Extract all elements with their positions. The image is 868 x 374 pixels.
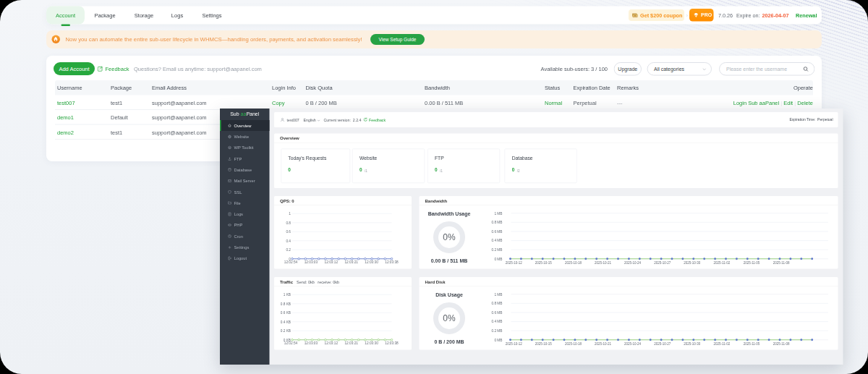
- svg-text:2025-10-27: 2025-10-27: [654, 342, 671, 346]
- svg-text:0.4 KB: 0.4 KB: [281, 320, 291, 324]
- svg-text:12:02:54: 12:02:54: [284, 260, 298, 264]
- svg-text:12:03:38: 12:03:38: [385, 260, 399, 264]
- svg-text:12:02:54: 12:02:54: [284, 341, 298, 345]
- svg-text:12:03:12: 12:03:12: [325, 341, 339, 345]
- svg-text:2025-11-08: 2025-11-08: [773, 342, 790, 346]
- svg-text:0.2 MB: 0.2 MB: [491, 329, 502, 333]
- svg-text:2025-11-05: 2025-11-05: [744, 261, 760, 265]
- svg-text:1: 1: [289, 212, 291, 216]
- svg-text:0.4 MB: 0.4 MB: [491, 239, 502, 242]
- svg-text:12:03:30: 12:03:30: [365, 260, 378, 264]
- svg-text:2025-10-12: 2025-10-12: [506, 342, 523, 346]
- svg-text:2025-10-24: 2025-10-24: [624, 342, 642, 346]
- svg-text:2025-11-02: 2025-11-02: [714, 342, 731, 346]
- svg-text:12:03:30: 12:03:30: [365, 341, 378, 345]
- svg-text:12:03:03: 12:03:03: [305, 260, 318, 264]
- svg-text:2025-10-15: 2025-10-15: [535, 342, 553, 346]
- svg-text:0.6 MB: 0.6 MB: [491, 311, 502, 315]
- svg-text:12:03:12: 12:03:12: [325, 260, 339, 264]
- svg-text:1 KB: 1 KB: [284, 293, 291, 297]
- svg-text:12:03:21: 12:03:21: [344, 341, 358, 345]
- svg-text:0.8 MB: 0.8 MB: [491, 302, 502, 305]
- svg-text:2025-10-21: 2025-10-21: [595, 261, 612, 265]
- svg-text:0.8: 0.8: [286, 221, 291, 225]
- svg-text:2025-11-05: 2025-11-05: [744, 342, 760, 346]
- svg-text:0 MB: 0 MB: [494, 339, 502, 342]
- svg-text:12:03:21: 12:03:21: [344, 260, 358, 264]
- svg-text:12:03:03: 12:03:03: [305, 341, 318, 345]
- svg-text:2025-10-30: 2025-10-30: [684, 261, 701, 265]
- svg-text:0 MB: 0 MB: [494, 258, 502, 261]
- svg-text:2025-10-21: 2025-10-21: [595, 342, 612, 346]
- svg-text:2025-10-12: 2025-10-12: [506, 261, 523, 265]
- svg-text:2025-10-15: 2025-10-15: [535, 261, 553, 265]
- svg-text:0.2 MB: 0.2 MB: [491, 248, 502, 252]
- svg-text:2025-10-24: 2025-10-24: [624, 261, 642, 265]
- svg-text:0.2 KB: 0.2 KB: [281, 329, 291, 333]
- svg-text:0.6 KB: 0.6 KB: [281, 311, 291, 315]
- svg-text:0.8 KB: 0.8 KB: [281, 302, 291, 306]
- svg-text:2025-11-08: 2025-11-08: [773, 261, 790, 265]
- svg-text:2025-11-02: 2025-11-02: [714, 261, 731, 265]
- svg-text:12:03:38: 12:03:38: [385, 341, 399, 345]
- svg-text:2025-10-30: 2025-10-30: [684, 342, 701, 346]
- svg-text:2025-10-18: 2025-10-18: [565, 342, 582, 346]
- svg-text:2025-10-27: 2025-10-27: [654, 261, 671, 265]
- svg-text:2025-10-18: 2025-10-18: [565, 261, 582, 265]
- svg-text:0.6 MB: 0.6 MB: [491, 230, 502, 234]
- svg-text:0.8 MB: 0.8 MB: [491, 221, 502, 224]
- svg-text:1 MB: 1 MB: [494, 212, 502, 216]
- svg-text:0.4 MB: 0.4 MB: [491, 320, 502, 323]
- svg-text:0.6: 0.6: [286, 230, 291, 234]
- svg-text:0.2: 0.2: [286, 248, 291, 252]
- svg-text:1 MB: 1 MB: [494, 293, 502, 297]
- svg-text:0.4: 0.4: [286, 239, 291, 243]
